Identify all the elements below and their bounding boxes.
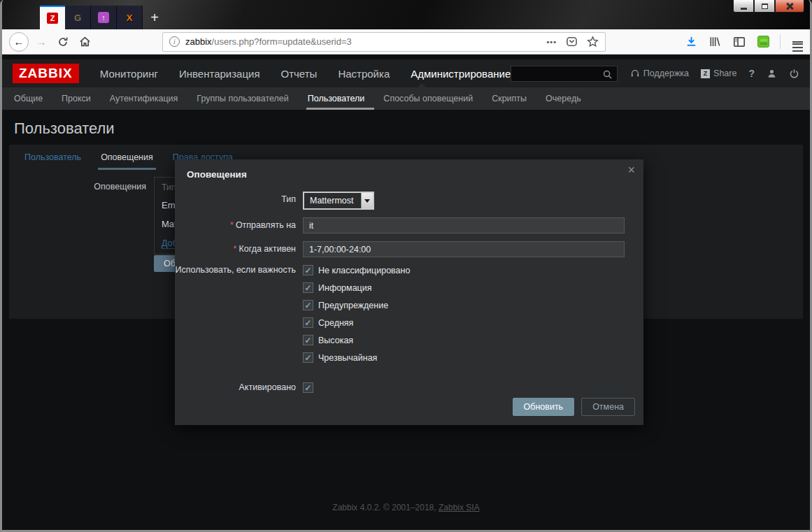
home-icon [79,36,91,48]
close-icon [786,3,793,10]
enabled-checkbox[interactable]: ✓ [303,382,313,393]
page-title: Пользователи [14,120,810,138]
header-icons: Поддержка Z Share ? [630,68,799,79]
sidebar-button[interactable] [733,36,746,48]
nav-monitoring[interactable]: Мониторинг [100,68,158,80]
library-icon [709,36,721,48]
severity-not-classified-checkbox[interactable]: ✓ [303,265,313,275]
type-select-value: Mattermost [304,193,361,208]
refresh-button[interactable] [55,36,71,48]
tab-grafana[interactable]: G [65,6,91,29]
subnav-media-types[interactable]: Способы оповещений [383,87,473,110]
sub-navigation: Общие Прокси Аутентификация Группы польз… [2,87,810,110]
type-label: Тип [175,192,303,210]
support-label: Поддержка [643,69,689,78]
dialog-buttons: Обновить Отмена [513,398,635,416]
window-controls [733,0,804,13]
tab-user[interactable]: Пользователь [24,145,81,170]
extension-button[interactable] [757,36,769,48]
sidebar-icon [733,36,746,48]
tab-media[interactable]: Оповещения [101,145,153,170]
media-section-label: Оповещения [93,182,146,192]
severity-high-label: Высокая [318,336,353,345]
support-link[interactable]: Поддержка [630,69,689,78]
grafana-favicon-icon: G [72,12,83,23]
star-icon [587,36,599,48]
checkmark-icon: ✓ [304,354,311,362]
downloads-button[interactable] [685,36,697,48]
footer-copyright: Zabbix 4.0.2. © 2001–2018, [332,503,439,512]
cancel-button[interactable]: Отмена [581,398,635,416]
when-active-input[interactable] [303,241,625,257]
type-select[interactable]: Mattermost [303,192,374,210]
library-button[interactable] [709,36,721,48]
share-link[interactable]: Z Share [701,69,736,78]
send-to-label: *Отправлять на [175,217,303,233]
tab-extension[interactable]: ↑ [91,6,117,29]
extension-icon [757,36,769,48]
maximize-button[interactable] [754,0,775,13]
severity-warning-checkbox[interactable]: ✓ [303,300,313,310]
send-to-input[interactable] [303,217,625,233]
severity-warning-label: Предупреждение [318,301,388,310]
search-icon[interactable] [602,69,613,80]
checkmark-icon: ✓ [304,301,311,310]
headset-icon [630,69,640,78]
subnav-general[interactable]: Общие [14,87,43,110]
nav-reports[interactable]: Отчеты [281,68,318,80]
nav-administration[interactable]: Администрирование [411,68,511,80]
user-profile-button[interactable] [767,69,777,79]
close-window-button[interactable] [775,0,804,13]
severity-not-classified-label: Не классифицировано [318,266,410,275]
refresh-icon [57,36,69,48]
zabbix-page: ZABBIX Мониторинг Инвентаризация Отчеты … [2,55,810,529]
required-mark: * [230,220,234,230]
search-input[interactable] [511,66,617,81]
severity-average-label: Средняя [318,318,353,328]
extension-favicon-icon: ↑ [98,12,109,23]
power-icon [789,69,799,79]
forward-button[interactable]: → [34,36,49,48]
severity-high-checkbox[interactable]: ✓ [303,335,313,345]
home-button[interactable] [77,36,92,48]
checkmark-icon: ✓ [304,266,311,275]
severity-average-checkbox[interactable]: ✓ [303,317,313,328]
severity-disaster-checkbox[interactable]: ✓ [303,352,313,363]
back-button[interactable]: ← [9,32,29,52]
select-arrow-icon [361,193,373,208]
severity-disaster-label: Чрезвычайная [318,353,377,363]
share-label: Share [713,69,736,78]
page-footer: Zabbix 4.0.2. © 2001–2018, Zabbix SIA [2,503,810,512]
hamburger-icon [792,41,803,43]
zabbix-logo[interactable]: ZABBIX [13,64,79,83]
subnav-queue[interactable]: Очередь [546,87,581,110]
subnav-authentication[interactable]: Аутентификация [110,87,178,110]
nav-configuration[interactable]: Настройка [338,68,390,80]
minimize-button[interactable] [733,0,754,13]
tab-proxmox[interactable]: X [117,6,143,29]
subnav-users[interactable]: Пользователи [308,87,365,110]
logout-button[interactable] [789,69,799,79]
menu-button[interactable] [792,39,803,45]
bookmark-star-button[interactable] [587,36,599,48]
dialog-close-icon[interactable]: × [627,164,635,176]
subnav-proxies[interactable]: Прокси [62,87,91,110]
url-bar[interactable]: i zabbix/users.php?form=update&userid=3 … [162,32,606,52]
footer-zabbix-sia-link[interactable]: Zabbix SIA [439,503,480,512]
help-button[interactable]: ? [748,68,755,79]
site-info-icon[interactable]: i [169,36,180,47]
nav-inventory[interactable]: Инвентаризация [179,68,260,80]
subnav-user-groups[interactable]: Группы пользователей [197,87,288,110]
page-actions-button[interactable]: ••• [546,38,557,46]
severity-information-checkbox[interactable]: ✓ [303,282,313,293]
subnav-scripts[interactable]: Скрипты [492,87,527,110]
tab-zabbix[interactable]: Z [40,6,65,29]
checkmark-icon: ✓ [304,319,311,327]
required-mark: * [234,244,237,254]
pocket-button[interactable] [566,36,578,48]
checkmark-icon: ✓ [304,384,311,392]
severity-information-label: Информация [318,283,372,293]
new-tab-button[interactable]: + [143,6,166,29]
update-button[interactable]: Обновить [513,398,575,416]
tab-strip: Z G ↑ X + [40,6,166,29]
